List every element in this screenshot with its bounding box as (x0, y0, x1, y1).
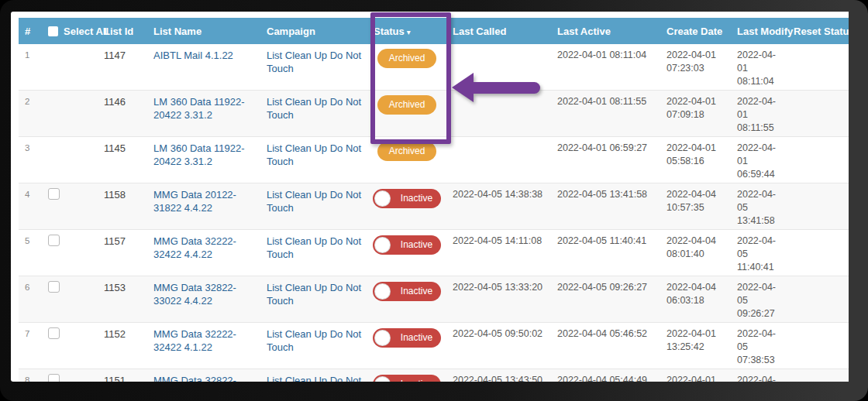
campaign-link[interactable]: List Clean Up Do Not Touch (267, 235, 361, 260)
toggle-knob (374, 237, 391, 253)
reset-status-cell (787, 323, 849, 369)
list-name-link[interactable]: AIBTL Mail 4.1.22 (153, 50, 233, 61)
list-name-link[interactable]: MMG Data 32222-32422 4.4.22 (153, 235, 236, 260)
toggle-label: Inactive (392, 378, 441, 382)
last-called-cell (446, 137, 551, 183)
row-select-cell (42, 44, 98, 91)
col-header-num: # (19, 18, 42, 44)
table-row: 71152MMG Data 32222-32422 4.1.22List Cle… (19, 323, 849, 369)
last-called-header-label: Last Called (453, 26, 506, 37)
list-name-link[interactable]: MMG Data 20122-31822 4.4.22 (153, 189, 236, 214)
col-header-last-modify: Last Modify (731, 18, 787, 44)
col-header-select-all[interactable]: Select All (42, 18, 98, 44)
row-number: 3 (19, 137, 42, 183)
row-checkbox[interactable] (48, 188, 60, 200)
col-header-list-name: List Name (147, 18, 260, 44)
col-header-campaign: Campaign (260, 18, 367, 44)
create-date-cell: 2022-04-04 10:57:35 (660, 183, 731, 230)
row-select-cell (42, 230, 98, 276)
table-row: 41158MMG Data 20122-31822 4.4.22List Cle… (19, 183, 849, 230)
col-header-status[interactable]: Status▾ (367, 18, 446, 44)
campaign-link[interactable]: List Clean Up Do Not Touch (267, 96, 361, 121)
status-header-label: Status (374, 26, 405, 37)
row-select-cell (42, 276, 98, 323)
row-select-cell (42, 137, 98, 183)
list-id-cell: 1147 (98, 44, 147, 91)
create-date-cell: 2022-04-04 08:01:40 (660, 230, 731, 276)
table-row: 51157MMG Data 32222-32422 4.4.22List Cle… (19, 230, 849, 276)
campaign-link[interactable]: List Clean Up Do Not Touch (267, 328, 361, 353)
table-row: 81151MMG Data 32822-33022 4.1.22List Cle… (19, 369, 849, 382)
create-date-cell: 2022-04-01 13:25:42 (660, 323, 731, 369)
reset-status-cell (787, 44, 849, 91)
campaign-cell: List Clean Up Do Not Touch (260, 230, 367, 276)
list-name-link[interactable]: LM 360 Data 11922-20422 3.31.2 (153, 96, 245, 121)
status-toggle-inactive[interactable]: Inactive (373, 189, 441, 208)
row-number: 4 (19, 183, 42, 230)
reset-status-cell (787, 137, 849, 183)
last-called-cell (446, 44, 551, 91)
last-active-cell: 2022-04-05 11:40:41 (551, 230, 660, 276)
num-header-label: # (25, 26, 30, 37)
campaign-cell: List Clean Up Do Not Touch (260, 183, 367, 230)
row-select-cell (42, 183, 98, 230)
list-name-link[interactable]: LM 360 Data 11922-20422 3.31.2 (153, 142, 245, 167)
table-row: 11147AIBTL Mail 4.1.22List Clean Up Do N… (19, 44, 849, 91)
status-toggle-inactive[interactable]: Inactive (373, 235, 441, 255)
last-modify-cell: 2022-04-05 09:26:27 (731, 276, 787, 323)
status-toggle-inactive[interactable]: Inactive (373, 375, 441, 382)
select-all-checkbox[interactable] (48, 26, 58, 36)
campaign-cell: List Clean Up Do Not Touch (260, 323, 367, 369)
list-id-cell: 1158 (98, 183, 147, 230)
col-header-last-called: Last Called (446, 18, 551, 44)
last-modify-cell: 2022-04-05 11:40:41 (731, 230, 787, 276)
status-toggle-inactive[interactable]: Inactive (373, 282, 441, 301)
table-row: 61153MMG Data 32822-33022 4.4.22List Cle… (19, 276, 849, 323)
reset-status-cell (787, 369, 849, 382)
col-header-last-active: Last Active (551, 18, 660, 44)
toggle-label: Inactive (392, 192, 441, 205)
toggle-knob (374, 330, 391, 346)
campaign-link[interactable]: List Clean Up Do Not Touch (267, 50, 361, 74)
last-called-cell: 2022-04-05 13:43:50 (446, 369, 551, 382)
create-date-cell: 2022-04-01 07:23:03 (660, 44, 731, 91)
list-id-cell: 1145 (98, 137, 147, 183)
toggle-label: Inactive (392, 285, 441, 298)
status-badge-archived: Archived (377, 49, 436, 68)
last-modify-cell: 2022-04-01 08:11:04 (731, 44, 787, 91)
last-modify-cell: 2022-04-05 13:41:58 (731, 183, 787, 230)
status-cell: Inactive (367, 183, 446, 230)
screenshot-frame: # Select All List Id List Name Campaign … (0, 0, 868, 401)
last-called-cell: 2022-04-05 09:50:02 (446, 323, 551, 369)
toggle-knob (374, 190, 391, 207)
last-active-cell: 2022-04-05 09:26:27 (551, 276, 660, 323)
campaign-link[interactable]: List Clean Up Do Not Touch (267, 375, 361, 382)
table-header: # Select All List Id List Name Campaign … (19, 18, 849, 44)
list-name-link[interactable]: MMG Data 32822-33022 4.1.22 (153, 375, 236, 382)
campaign-cell: List Clean Up Do Not Touch (260, 91, 367, 137)
create-date-cell: 2022-04-01 07:09:18 (660, 91, 731, 137)
campaign-link[interactable]: List Clean Up Do Not Touch (267, 142, 361, 167)
row-checkbox[interactable] (48, 374, 60, 382)
last-active-cell: 2022-04-04 05:44:49 (551, 369, 660, 382)
status-badge-archived: Archived (377, 142, 436, 161)
list-name-cell: MMG Data 32222-32422 4.4.22 (147, 230, 260, 276)
campaign-link[interactable]: List Clean Up Do Not Touch (267, 282, 361, 307)
row-checkbox[interactable] (48, 281, 60, 293)
last-modify-header-label: Last Modify (737, 26, 793, 37)
last-called-cell: 2022-04-05 13:33:20 (446, 276, 551, 323)
last-modify-cell: 2022-04-05 07:39:53 (731, 369, 787, 382)
row-number: 7 (19, 323, 42, 369)
campaign-header-label: Campaign (267, 26, 315, 37)
row-number: 5 (19, 230, 42, 276)
list-name-link[interactable]: MMG Data 32222-32422 4.1.22 (153, 328, 236, 353)
list-name-cell: MMG Data 32822-33022 4.4.22 (147, 276, 260, 323)
list-id-cell: 1146 (98, 91, 147, 137)
create-date-header-label: Create Date (666, 26, 722, 37)
list-name-link[interactable]: MMG Data 32822-33022 4.4.22 (153, 282, 236, 307)
table-row: 21146LM 360 Data 11922-20422 3.31.2List … (19, 91, 849, 137)
row-checkbox[interactable] (48, 235, 60, 246)
status-toggle-inactive[interactable]: Inactive (373, 328, 441, 348)
campaign-link[interactable]: List Clean Up Do Not Touch (267, 189, 361, 214)
row-checkbox[interactable] (48, 327, 60, 339)
